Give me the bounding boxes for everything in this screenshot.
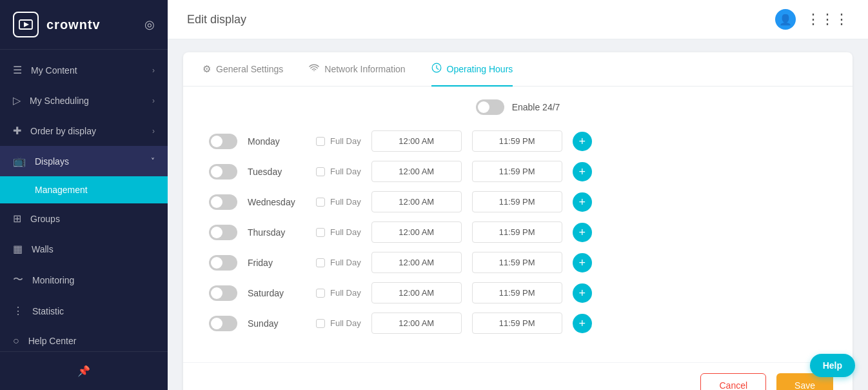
enable-247-label: Enable 24/7: [512, 102, 560, 112]
sidebar-item-monitoring[interactable]: 〜 Monitoring: [0, 264, 168, 296]
full-day-label-tuesday: Full Day: [330, 167, 361, 176]
tab-network-information[interactable]: Network Information: [309, 53, 405, 86]
start-time-tuesday[interactable]: [371, 161, 462, 182]
chevron-down-icon: ˅: [151, 157, 155, 166]
full-day-wrap-monday: Full Day: [316, 136, 361, 146]
user-avatar[interactable]: 👤: [775, 9, 796, 30]
end-time-sunday[interactable]: [472, 313, 562, 334]
sidebar-item-label: Order by display: [30, 126, 96, 136]
day-name-saturday: Saturday: [248, 288, 306, 298]
end-time-monday[interactable]: [472, 130, 562, 152]
full-day-label-sunday: Full Day: [330, 318, 361, 328]
sidebar-item-label: Statistic: [32, 306, 64, 316]
full-day-checkbox-monday[interactable]: [316, 137, 325, 146]
full-day-label-saturday: Full Day: [330, 288, 361, 298]
add-time-wednesday[interactable]: +: [573, 192, 592, 212]
sidebar-item-management[interactable]: Management: [0, 176, 168, 203]
sidebar-item-label: Walls: [32, 244, 54, 254]
start-time-wednesday[interactable]: [371, 191, 462, 212]
tab-label: General Settings: [216, 64, 283, 74]
add-time-thursday[interactable]: +: [573, 223, 592, 242]
target-icon[interactable]: ◎: [144, 17, 155, 32]
chevron-right-icon: ›: [152, 96, 155, 105]
full-day-checkbox-thursday[interactable]: [316, 228, 325, 237]
full-day-wrap-sunday: Full Day: [316, 318, 361, 328]
full-day-checkbox-tuesday[interactable]: [316, 167, 325, 176]
main-card: ⚙ General Settings Network Information: [183, 52, 853, 390]
full-day-label-wednesday: Full Day: [330, 197, 361, 207]
sidebar-item-label: Monitoring: [32, 275, 74, 285]
full-day-label-monday: Full Day: [330, 136, 361, 146]
days-container: Monday Full Day + Tuesday Full Day + Wed…: [209, 130, 827, 334]
day-toggle-saturday[interactable]: [209, 285, 237, 301]
day-name-thursday: Thursday: [248, 227, 306, 238]
day-toggle-friday[interactable]: [209, 255, 237, 271]
sidebar: crownTV ◎ ☰ My Content › ▷ My Scheduling…: [0, 0, 168, 390]
sidebar-item-statistic[interactable]: ⋮ Statistic: [0, 296, 168, 326]
day-toggle-monday[interactable]: [209, 134, 237, 149]
help-button[interactable]: Help: [810, 354, 855, 377]
add-time-sunday[interactable]: +: [573, 314, 592, 333]
full-day-wrap-friday: Full Day: [316, 258, 361, 267]
full-day-checkbox-sunday[interactable]: [316, 319, 325, 328]
day-toggle-wednesday[interactable]: [209, 194, 237, 210]
start-time-friday[interactable]: [371, 252, 462, 273]
full-day-label-friday: Full Day: [330, 258, 361, 267]
full-day-checkbox-wednesday[interactable]: [316, 198, 325, 207]
sidebar-item-groups[interactable]: ⊞ Groups: [0, 203, 168, 234]
full-day-checkbox-saturday[interactable]: [316, 289, 325, 298]
tab-label: Network Information: [324, 64, 405, 74]
scheduling-icon: ▷: [13, 94, 21, 107]
sidebar-item-my-scheduling[interactable]: ▷ My Scheduling ›: [0, 85, 168, 116]
sidebar-footer: 📌: [0, 351, 168, 390]
day-name-tuesday: Tuesday: [248, 167, 306, 177]
tab-general-settings[interactable]: ⚙ General Settings: [202, 53, 283, 87]
day-toggle-sunday[interactable]: [209, 316, 237, 331]
content-area: ⚙ General Settings Network Information: [168, 39, 868, 390]
sidebar-item-walls[interactable]: ▦ Walls: [0, 234, 168, 264]
add-time-monday[interactable]: +: [573, 132, 592, 151]
enable-247-toggle[interactable]: [476, 99, 504, 115]
start-time-thursday[interactable]: [371, 221, 462, 243]
page-title: Edit display: [187, 13, 246, 26]
full-day-checkbox-friday[interactable]: [316, 258, 325, 267]
day-toggle-thursday[interactable]: [209, 225, 237, 240]
sidebar-nav: ☰ My Content › ▷ My Scheduling › ✚ Order…: [0, 50, 168, 351]
end-time-tuesday[interactable]: [472, 161, 562, 182]
add-time-tuesday[interactable]: +: [573, 162, 592, 181]
end-time-thursday[interactable]: [472, 221, 562, 243]
sidebar-header: crownTV ◎: [0, 0, 168, 50]
sidebar-sub-label: Management: [35, 185, 88, 195]
start-time-monday[interactable]: [371, 130, 462, 152]
end-time-wednesday[interactable]: [472, 191, 562, 212]
start-time-sunday[interactable]: [371, 313, 462, 334]
end-time-saturday[interactable]: [472, 282, 562, 303]
monitoring-icon: 〜: [13, 273, 23, 287]
logo-text: crownTV: [46, 17, 101, 32]
sidebar-item-help-center[interactable]: ○ Help Center: [0, 326, 168, 351]
card-footer: Cancel Save: [183, 362, 853, 390]
svg-marker-1: [24, 22, 29, 27]
full-day-wrap-wednesday: Full Day: [316, 197, 361, 207]
day-row-monday: Monday Full Day +: [209, 130, 827, 152]
walls-icon: ▦: [13, 243, 23, 255]
end-time-friday[interactable]: [472, 252, 562, 273]
tab-operating-hours[interactable]: Operating Hours: [431, 52, 513, 87]
day-toggle-tuesday[interactable]: [209, 164, 237, 180]
pin-icon[interactable]: 📌: [0, 360, 168, 382]
cancel-button[interactable]: Cancel: [700, 373, 766, 390]
sidebar-item-label: My Scheduling: [30, 96, 89, 106]
day-name-wednesday: Wednesday: [248, 197, 306, 207]
sidebar-item-displays[interactable]: 📺 Displays ˅: [0, 146, 168, 176]
day-row-saturday: Saturday Full Day +: [209, 282, 827, 303]
add-time-friday[interactable]: +: [573, 253, 592, 272]
day-row-friday: Friday Full Day +: [209, 252, 827, 273]
chevron-right-icon: ›: [152, 127, 155, 136]
top-bar: Edit display 👤 ⋮⋮⋮: [168, 0, 868, 39]
help-icon: ○: [13, 335, 19, 347]
start-time-saturday[interactable]: [371, 282, 462, 303]
sidebar-item-my-content[interactable]: ☰ My Content ›: [0, 55, 168, 85]
sidebar-item-order-by-display[interactable]: ✚ Order by display ›: [0, 116, 168, 146]
grid-icon[interactable]: ⋮⋮⋮: [806, 11, 849, 28]
add-time-saturday[interactable]: +: [573, 283, 592, 303]
